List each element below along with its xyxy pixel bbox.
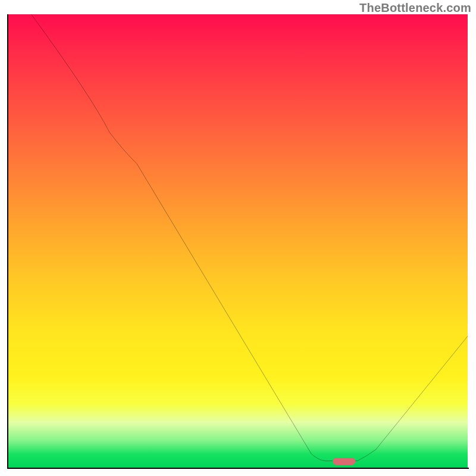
x-axis-line [7,468,469,469]
optimal-marker [333,458,355,465]
chart-area [8,14,468,468]
bottleneck-curve [8,14,468,468]
watermark-text: TheBottleneck.com [359,1,471,15]
